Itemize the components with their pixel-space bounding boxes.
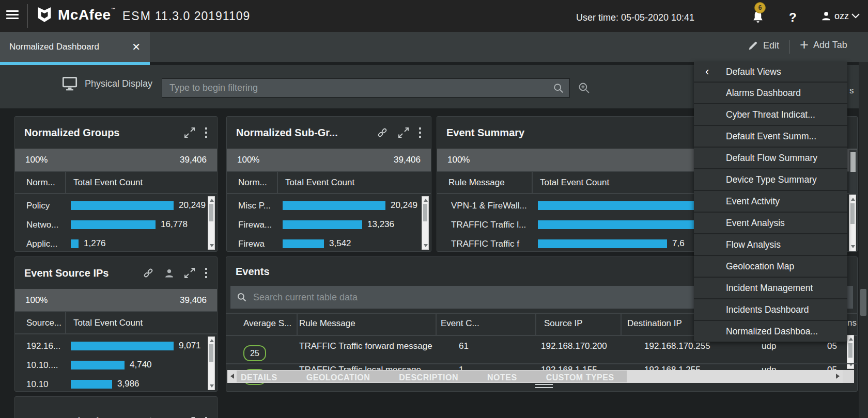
kebab-icon[interactable] bbox=[419, 127, 422, 138]
pencil-icon bbox=[748, 40, 758, 51]
bar bbox=[283, 201, 385, 210]
person-icon[interactable] bbox=[164, 268, 175, 279]
percent-row: 100%39,406 bbox=[15, 289, 217, 311]
row-value: 20,249 bbox=[179, 200, 206, 211]
percent-row: 100%39,406 bbox=[227, 149, 431, 171]
row-label: Applic... bbox=[26, 239, 57, 249]
hamburger-menu-icon[interactable] bbox=[6, 10, 19, 21]
column-2-header[interactable]: Total Event Count bbox=[73, 318, 143, 328]
menu-item-event-analysis[interactable]: Event Analysis bbox=[694, 212, 847, 233]
menu-item-cyber-threat-indicat[interactable]: Cyber Threat Indicat... bbox=[694, 103, 847, 125]
menu-item-incident-management[interactable]: Incident Management bbox=[694, 277, 847, 298]
user-icon bbox=[820, 10, 832, 22]
column-1-header[interactable]: Norm... bbox=[227, 178, 267, 188]
add-tab-button[interactable]: + Add Tab bbox=[800, 39, 847, 51]
event-summary-scroll-track[interactable] bbox=[849, 150, 857, 196]
menu-item-device-type-summary[interactable]: Device Type Summary bbox=[694, 168, 847, 190]
bar bbox=[71, 361, 125, 369]
menu-header-default-views[interactable]: ‹ Default Views bbox=[694, 62, 847, 82]
brand-logo: McAfee™ bbox=[36, 6, 116, 24]
row-label: 10.10 bbox=[26, 379, 49, 390]
row-value: 16,778 bbox=[161, 219, 188, 230]
edit-button[interactable]: Edit bbox=[748, 40, 779, 51]
bar bbox=[283, 239, 324, 248]
bar-row[interactable]: 192.16...9,071 bbox=[15, 336, 217, 356]
column-1-header[interactable]: Source... bbox=[15, 318, 61, 328]
column-2-header[interactable]: Total Event Count bbox=[540, 178, 609, 188]
bottom-tab-custom-types[interactable]: CUSTOM TYPES bbox=[546, 373, 614, 382]
filter-input[interactable] bbox=[162, 83, 553, 93]
column-1-header[interactable]: Norm... bbox=[15, 178, 55, 188]
menu-item-event-activity[interactable]: Event Activity bbox=[694, 190, 847, 212]
tab-normalized-dashboard[interactable]: Normalized Dashboard ✕ bbox=[0, 32, 150, 62]
kebab-icon[interactable] bbox=[205, 267, 208, 279]
link-icon[interactable] bbox=[376, 127, 389, 138]
events-column-header[interactable]: Destination IP bbox=[627, 318, 682, 329]
menu-item-flow-analysis[interactable]: Flow Analysis bbox=[694, 233, 847, 255]
menu-item-incidents-dashboard[interactable]: Incidents Dashboard bbox=[694, 298, 847, 320]
row-label: 10.10.... bbox=[26, 360, 58, 371]
panel-scrollbar[interactable] bbox=[208, 336, 215, 390]
user-menu[interactable]: ozz bbox=[820, 10, 860, 22]
panel-scrollbar[interactable] bbox=[208, 196, 215, 250]
row-value: 20,249 bbox=[391, 200, 417, 211]
bar-row[interactable]: 10.10....4,740 bbox=[15, 356, 217, 375]
zoom-in-icon[interactable] bbox=[578, 82, 591, 94]
bar-row[interactable]: 10.103,986 bbox=[15, 375, 217, 392]
chevron-down-icon bbox=[851, 13, 860, 19]
bar-rows: Misc P...20,249Firewa...13,236Firewa3,54… bbox=[227, 194, 431, 252]
events-column-header[interactable]: Rule Message bbox=[299, 318, 355, 329]
bar-row[interactable]: Netwo...16,778 bbox=[15, 215, 217, 234]
bar-row[interactable]: Applic...1,276 bbox=[15, 234, 217, 252]
menu-item-alarms-dashboard[interactable]: Alarms Dashboard bbox=[694, 82, 847, 103]
events-bottom-tabs: DETAILSGEOLOCATIONDESCRIPTIONNOTESCUSTOM… bbox=[226, 363, 857, 391]
events-column-header[interactable]: Event C... bbox=[441, 318, 479, 329]
column-2-header[interactable]: Total Event Count bbox=[73, 178, 143, 188]
events-column-header[interactable]: Average S... bbox=[243, 318, 291, 329]
bottom-tab-notes[interactable]: NOTES bbox=[487, 373, 517, 382]
page-scrollbar-thumb[interactable] bbox=[860, 289, 866, 316]
bar bbox=[71, 380, 112, 389]
brand-name: McAfee™ bbox=[58, 7, 116, 23]
column-2-header[interactable]: Total Event Count bbox=[285, 178, 354, 188]
bar-row[interactable]: Firewa3,542 bbox=[227, 234, 431, 252]
close-tab-icon[interactable]: ✕ bbox=[132, 41, 141, 53]
product-name: ESM bbox=[122, 9, 151, 23]
expand-icon[interactable] bbox=[184, 127, 195, 138]
column-1-header[interactable]: Rule Message bbox=[437, 178, 505, 188]
menu-item-normalized-dashboa[interactable]: Normalized Dashboa... bbox=[694, 320, 847, 342]
events-column-header[interactable]: Source IP bbox=[544, 318, 583, 329]
display-mode-selector[interactable]: Physical Display bbox=[62, 76, 152, 91]
bar-row[interactable]: Firewa...13,236 bbox=[227, 215, 431, 234]
bar-rows: 192.16...9,07110.10....4,74010.103,986 bbox=[15, 334, 217, 392]
event-source-ips-title: Event Source IPs bbox=[24, 267, 109, 279]
protocol-cell: udp bbox=[762, 341, 776, 351]
menu-item-default-flow-summary[interactable]: Default Flow Summary bbox=[694, 147, 847, 168]
page-scrollbar[interactable] bbox=[859, 62, 868, 418]
menu-item-default-event-summ[interactable]: Default Event Summ... bbox=[694, 125, 847, 147]
panel-scrollbar[interactable] bbox=[422, 196, 429, 250]
kebab-icon[interactable] bbox=[205, 127, 208, 138]
bottom-tab-details[interactable]: DETAILS bbox=[241, 373, 277, 382]
event-summary-scrollbar[interactable] bbox=[849, 195, 856, 251]
menu-item-geolocation-map[interactable]: Geolocation Map bbox=[694, 255, 847, 277]
expand-icon[interactable] bbox=[184, 267, 195, 279]
bar-row[interactable]: Policy20,249 bbox=[15, 196, 217, 215]
row-value: 3,986 bbox=[117, 379, 140, 389]
row-value: 13,236 bbox=[367, 219, 394, 230]
bottom-tab-geolocation[interactable]: GEOLOCATION bbox=[306, 373, 370, 382]
percent-label: 100% bbox=[25, 295, 48, 306]
bar bbox=[71, 201, 174, 210]
help-icon[interactable]: ? bbox=[789, 10, 797, 25]
search-icon[interactable] bbox=[553, 83, 569, 94]
source-ip-cell: 192.168.170.200 bbox=[541, 341, 607, 351]
normalized-groups-title: Normalized Groups bbox=[24, 127, 119, 139]
bottom-tab-description[interactable]: DESCRIPTION bbox=[399, 373, 458, 382]
bar-row[interactable]: Misc P...20,249 bbox=[227, 196, 431, 215]
total-count: 39,406 bbox=[180, 155, 207, 165]
link-icon[interactable] bbox=[142, 267, 154, 279]
strip-divider bbox=[789, 40, 790, 54]
username: ozz bbox=[834, 11, 849, 22]
search-icon bbox=[237, 292, 247, 302]
expand-icon[interactable] bbox=[398, 127, 409, 138]
